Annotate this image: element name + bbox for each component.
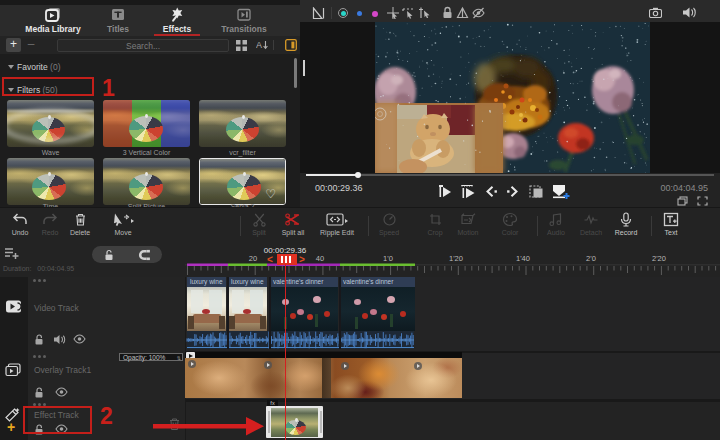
svg-text:2'0: 2'0: [586, 254, 596, 263]
svg-text:A: A: [256, 40, 262, 50]
svg-text:40: 40: [316, 254, 324, 263]
svg-text:1'40: 1'40: [516, 254, 530, 263]
svg-text:2'20: 2'20: [652, 254, 666, 263]
svg-text:20: 20: [249, 254, 257, 263]
svg-text:1'20: 1'20: [449, 254, 463, 263]
svg-text:1'0: 1'0: [383, 254, 393, 263]
